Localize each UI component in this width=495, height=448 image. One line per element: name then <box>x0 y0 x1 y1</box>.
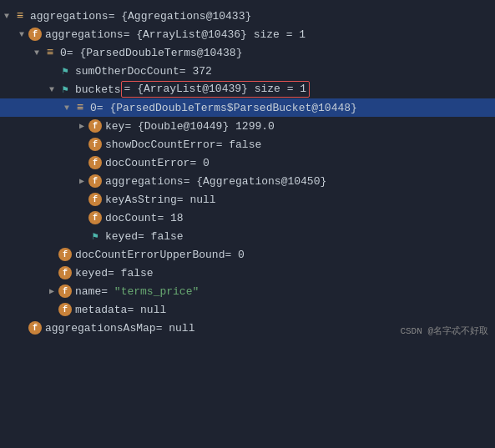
flag-icon: ⚑ <box>58 83 72 96</box>
tree-container: ≡aggregations = {Aggregations@10433}fagg… <box>0 0 495 344</box>
row-label: buckets <box>75 83 121 96</box>
flag-icon: ⚑ <box>88 229 102 243</box>
field-icon: f <box>88 211 102 224</box>
row-label: aggregations <box>105 175 184 188</box>
row-label: aggregations <box>45 28 124 41</box>
row-label: name <box>75 285 101 298</box>
value-text: = {ParsedDoubleTerms$ParsedBucket@10448} <box>97 102 357 114</box>
toggle-expand[interactable] <box>15 28 28 41</box>
field-icon: f <box>88 193 102 206</box>
tree-row[interactable]: faggregations = {Aggregations@10450} <box>0 172 495 190</box>
row-label: keyed <box>75 267 108 279</box>
value-text: = 0 <box>225 249 244 261</box>
tree-row[interactable]: ⚑buckets = {ArrayList@10439} size = 1 <box>0 80 495 98</box>
object-icon: ≡ <box>73 101 87 114</box>
tree-row[interactable]: ⚑keyed = false <box>0 227 495 245</box>
row-label: aggregations <box>30 10 109 23</box>
tree-row[interactable]: fmetadata = null <box>0 300 495 319</box>
value-text: = false <box>108 267 154 279</box>
value-text: = 372 <box>179 65 212 78</box>
tree-row[interactable]: fshowDocCountError = false <box>0 135 495 154</box>
row-label: docCountErrorUpperBound <box>75 249 225 261</box>
field-icon: f <box>88 119 102 133</box>
tree-row[interactable]: fkey = {Double@10449} 1299.0 <box>0 117 495 135</box>
row-label: keyed <box>105 230 138 243</box>
toggle-collapse[interactable] <box>75 119 88 133</box>
tree-row[interactable]: fname = "terms_price" <box>0 282 495 300</box>
field-icon: f <box>28 28 42 41</box>
tree-row[interactable]: ⚑sumOtherDocCount = 372 <box>0 62 495 80</box>
value-text: = {ArrayList@10436} size = 1 <box>124 28 306 41</box>
value-text: = 0 <box>189 157 209 169</box>
toggle-collapse[interactable] <box>75 174 88 188</box>
object-icon: ≡ <box>43 46 57 59</box>
object-icon: ≡ <box>13 9 27 23</box>
value-text: = false <box>216 138 262 151</box>
row-label: aggregationsAsMap <box>45 322 156 335</box>
tree-row[interactable]: fdocCount = 18 <box>0 209 495 227</box>
watermark: CSDN @名字忒不好取 <box>400 325 488 337</box>
flag-icon: ⚑ <box>58 64 72 78</box>
field-icon: f <box>58 284 72 298</box>
value-text: = {ParsedDoubleTerms@10438} <box>67 47 243 59</box>
row-label: key <box>105 120 124 133</box>
value-text: = null <box>177 194 216 206</box>
value-text: = {Double@10449} 1299.0 <box>124 120 274 133</box>
value-text: = false <box>138 230 184 243</box>
toggle-expand[interactable] <box>60 101 73 114</box>
value-text: = {Aggregations@10450} <box>184 175 327 188</box>
field-icon: f <box>88 138 102 151</box>
row-label: metadata <box>75 304 127 316</box>
row-label: 0 <box>90 102 97 114</box>
toggle-expand[interactable] <box>0 9 13 23</box>
field-icon: f <box>58 266 72 279</box>
toggle-collapse[interactable] <box>45 284 58 298</box>
field-icon: f <box>88 156 102 169</box>
field-icon: f <box>28 321 42 335</box>
field-icon: f <box>88 174 102 188</box>
value-text: = "terms_price" <box>101 285 199 298</box>
row-label: keyAsString <box>105 194 177 206</box>
field-icon: f <box>58 303 72 316</box>
value-text: = {Aggregations@10433} <box>109 10 252 23</box>
row-label: docCount <box>105 212 157 224</box>
tree-row[interactable]: fdocCountErrorUpperBound = 0 <box>0 245 495 264</box>
tree-row[interactable]: fdocCountError = 0 <box>0 154 495 172</box>
row-label: docCountError <box>105 157 189 169</box>
value-text: = null <box>156 322 195 335</box>
row-label: showDocCountError <box>105 138 216 151</box>
tree-row[interactable]: ≡aggregations = {Aggregations@10433} <box>0 7 495 25</box>
toggle-expand[interactable] <box>45 83 58 96</box>
row-label: 0 <box>60 47 67 59</box>
tree-row[interactable]: faggregations = {ArrayList@10436} size =… <box>0 25 495 43</box>
value-text: = null <box>127 304 166 316</box>
tree-row[interactable]: ≡0 = {ParsedDoubleTerms@10438} <box>0 43 495 62</box>
row-label: sumOtherDocCount <box>75 65 179 78</box>
field-icon: f <box>58 248 72 261</box>
highlight-value: = {ArrayList@10439} size = 1 <box>121 81 310 98</box>
tree-row[interactable]: fkeyed = false <box>0 264 495 282</box>
value-text: = 18 <box>157 212 183 224</box>
debugger-tree: ≡aggregations = {Aggregations@10433}fagg… <box>0 0 495 344</box>
tree-row[interactable]: ≡0 = {ParsedDoubleTerms$ParsedBucket@104… <box>0 98 495 117</box>
toggle-expand[interactable] <box>30 46 43 59</box>
tree-row[interactable]: fkeyAsString = null <box>0 190 495 209</box>
